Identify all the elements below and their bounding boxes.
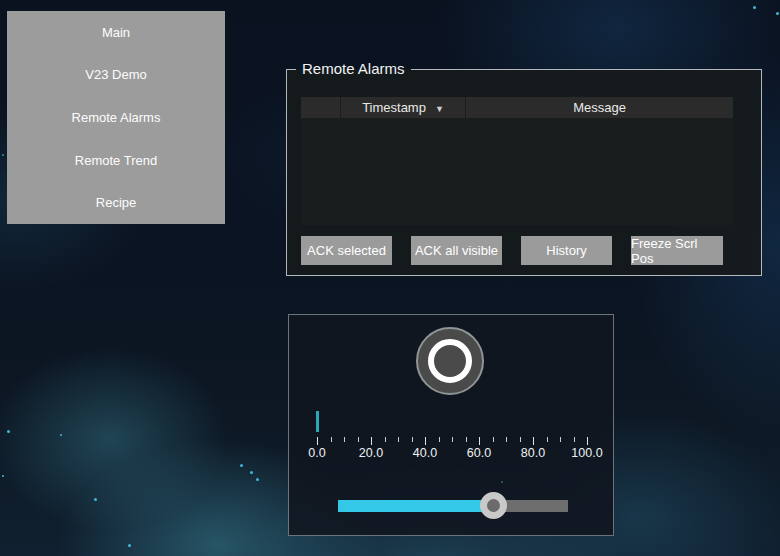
gauge-tick <box>317 437 318 445</box>
gauge-tick <box>331 437 332 442</box>
particle-dot <box>250 471 253 474</box>
column-header-timestamp[interactable]: Timestamp ▼ <box>341 97 466 118</box>
particle-dot <box>128 544 131 547</box>
gauge-tick <box>547 437 548 442</box>
gauge-tick <box>385 437 386 442</box>
hmi-screen: Main V23 Demo Remote Alarms Remote Trend… <box>0 0 780 556</box>
gauge-tick <box>398 437 399 442</box>
sort-descending-icon: ▼ <box>435 104 444 114</box>
gauge-tick-label: 60.0 <box>459 446 499 460</box>
sidebar-item-v23-demo[interactable]: V23 Demo <box>7 54 225 97</box>
gauge-tick <box>466 437 467 442</box>
slider-fill <box>338 500 494 512</box>
gauge-ticks <box>317 437 588 446</box>
gauge-tick <box>371 437 372 445</box>
gauge-tick <box>574 437 575 442</box>
column-header-timestamp-label: Timestamp <box>362 100 426 115</box>
particle-dot <box>2 475 4 477</box>
nav-sidebar: Main V23 Demo Remote Alarms Remote Trend… <box>7 11 225 224</box>
history-button[interactable]: History <box>521 236 612 265</box>
sidebar-item-recipe[interactable]: Recipe <box>7 181 225 224</box>
groupbox-title: Remote Alarms <box>296 61 411 77</box>
sidebar-item-remote-trend[interactable]: Remote Trend <box>7 139 225 182</box>
push-button-ring-icon <box>428 339 472 383</box>
gauge-tick-label: 40.0 <box>405 446 445 460</box>
gauge-tick <box>358 437 359 442</box>
ack-all-visible-button[interactable]: ACK all visible <box>411 236 502 265</box>
gauge-labels: 0.020.040.060.080.0100.0 <box>317 446 588 460</box>
gauge-tick-label: 0.0 <box>297 446 337 460</box>
alarm-table-header: Timestamp ▼ Message <box>301 97 733 118</box>
linear-gauge: 0.020.040.060.080.0100.0 <box>317 411 588 463</box>
column-header-message[interactable]: Message <box>466 97 733 118</box>
value-slider <box>338 492 568 520</box>
gauge-value-bar <box>316 411 319 432</box>
gauge-tick <box>452 437 453 442</box>
freeze-scroll-pos-button[interactable]: Freeze Scrl Pos <box>631 236 723 265</box>
particle-dot <box>94 498 97 501</box>
gauge-tick <box>493 437 494 442</box>
gauge-tick <box>587 437 588 445</box>
gauge-tick <box>425 437 426 445</box>
particle-dot <box>753 6 756 9</box>
gauge-tick <box>344 437 345 442</box>
sidebar-item-main[interactable]: Main <box>7 11 225 54</box>
alarm-list-area <box>301 118 733 225</box>
gauge-tick <box>439 437 440 442</box>
particle-dot <box>240 464 243 467</box>
particle-dot <box>2 154 4 156</box>
particle-dot <box>7 430 10 433</box>
particle-dot <box>501 481 503 483</box>
gauge-tick <box>479 437 480 445</box>
alarm-table: Timestamp ▼ Message <box>301 97 733 225</box>
particle-dot <box>776 12 779 15</box>
slider-knob[interactable] <box>480 492 507 519</box>
gauge-tick <box>533 437 534 445</box>
column-header-state <box>301 97 341 118</box>
gauge-tick-label: 80.0 <box>513 446 553 460</box>
gauge-tick <box>560 437 561 442</box>
gauge-tick <box>520 437 521 442</box>
sidebar-item-remote-alarms[interactable]: Remote Alarms <box>7 96 225 139</box>
round-push-button[interactable] <box>416 327 484 395</box>
ack-selected-button[interactable]: ACK selected <box>301 236 392 265</box>
particle-dot <box>60 434 62 436</box>
gauge-tick-label: 20.0 <box>351 446 391 460</box>
gauge-tick <box>506 437 507 442</box>
gauge-tick-label: 100.0 <box>567 446 607 460</box>
gauge-tick <box>412 437 413 442</box>
slider-track[interactable] <box>338 500 568 512</box>
particle-dot <box>256 478 259 481</box>
